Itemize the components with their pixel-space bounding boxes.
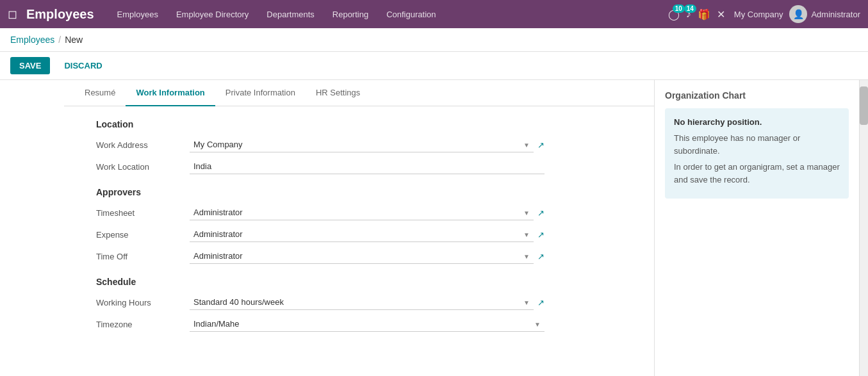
nav-reporting[interactable]: Reporting	[325, 6, 376, 23]
working-hours-select-wrapper[interactable]: Standard 40 hours/week ▼	[190, 295, 534, 310]
schedule-section-title: Schedule	[96, 277, 545, 287]
breadcrumb-parent[interactable]: Employees	[10, 35, 54, 45]
timesheet-external-link-icon[interactable]: ↗	[537, 208, 545, 218]
work-location-value	[190, 159, 545, 174]
breadcrumb-separator: /	[58, 35, 61, 45]
grid-icon[interactable]: ◻	[8, 7, 17, 21]
expense-row: Expense Administrator ▼ ↗	[96, 227, 545, 242]
nav-right: ◯ 10 ♪ 14 🎁 ✕ My Company 👤 Administrator	[668, 5, 860, 23]
timezone-select[interactable]: Indian/Mahe	[190, 316, 545, 332]
working-hours-row: Working Hours Standard 40 hours/week ▼ ↗	[96, 295, 545, 310]
working-hours-select[interactable]: Standard 40 hours/week	[190, 295, 534, 310]
username: Administrator	[811, 10, 860, 19]
org-chart-title: Organization Chart	[665, 90, 849, 101]
form-body: Location Work Address My Company ▼ ↗ Wor…	[0, 106, 564, 351]
time-off-select-wrapper[interactable]: Administrator ▼	[190, 249, 534, 264]
location-section-title: Location	[96, 119, 545, 129]
timesheet-label: Timesheet	[96, 208, 179, 218]
scrollbar[interactable]	[859, 80, 868, 376]
work-location-row: Work Location	[96, 159, 545, 174]
timezone-label: Timezone	[96, 320, 179, 329]
scrollbar-thumb[interactable]	[860, 86, 868, 125]
time-off-label: Time Off	[96, 252, 179, 261]
tab-resume[interactable]: Resumé	[74, 80, 126, 106]
timezone-select-wrapper[interactable]: Indian/Mahe ▼	[190, 316, 545, 332]
expense-label: Expense	[96, 230, 179, 240]
timesheet-select[interactable]: Administrator	[190, 205, 534, 220]
org-chart-panel: Organization Chart No hierarchy position…	[654, 80, 859, 376]
tab-hr-settings[interactable]: HR Settings	[306, 80, 370, 106]
expense-select[interactable]: Administrator	[190, 227, 534, 242]
work-address-select-wrapper[interactable]: My Company ▼	[190, 137, 534, 152]
working-hours-value: Standard 40 hours/week ▼ ↗	[190, 295, 545, 310]
approvers-section-title: Approvers	[96, 187, 545, 197]
save-button[interactable]: SAVE	[10, 57, 50, 74]
time-off-external-link-icon[interactable]: ↗	[537, 252, 545, 261]
nav-menu: Employees Employee Directory Departments…	[110, 6, 668, 23]
org-chart-text2: In order to get an organigram, set a man…	[674, 161, 840, 186]
nav-departments[interactable]: Departments	[259, 6, 322, 23]
breadcrumb-current: New	[65, 35, 83, 45]
bell-badge: 14	[684, 4, 696, 13]
timezone-value: Indian/Mahe ▼	[190, 316, 545, 332]
timesheet-row: Timesheet Administrator ▼ ↗	[96, 205, 545, 220]
expense-select-wrapper[interactable]: Administrator ▼	[190, 227, 534, 242]
form-area: Resumé Work Information Private Informat…	[0, 80, 654, 376]
tab-private-information[interactable]: Private Information	[215, 80, 306, 106]
work-location-input[interactable]	[190, 159, 545, 174]
nav-employee-directory[interactable]: Employee Directory	[168, 6, 256, 23]
close-button[interactable]: ✕	[717, 8, 725, 20]
expense-value: Administrator ▼ ↗	[190, 227, 545, 242]
org-chart-text1: This employee has no manager or subordin…	[674, 132, 840, 157]
nav-configuration[interactable]: Configuration	[379, 6, 443, 23]
time-off-row: Time Off Administrator ▼ ↗	[96, 249, 545, 264]
action-bar: SAVE DISCARD	[0, 52, 868, 80]
nav-employees[interactable]: Employees	[110, 6, 166, 23]
app-title: Employees	[26, 7, 94, 22]
company-name[interactable]: My Company	[734, 10, 783, 19]
time-off-select[interactable]: Administrator	[190, 249, 534, 264]
tab-work-information[interactable]: Work Information	[126, 80, 215, 106]
work-address-external-link-icon[interactable]: ↗	[537, 140, 545, 150]
tab-bar: Resumé Work Information Private Informat…	[64, 80, 654, 106]
work-address-label: Work Address	[96, 140, 179, 150]
work-address-select[interactable]: My Company	[190, 137, 534, 152]
avatar: 👤	[789, 5, 807, 23]
work-address-value: My Company ▼ ↗	[190, 137, 545, 152]
org-chart-heading: No hierarchy position.	[674, 117, 840, 127]
timesheet-value: Administrator ▼ ↗	[190, 205, 545, 220]
discard-button[interactable]: DISCARD	[55, 57, 111, 74]
main-content: Resumé Work Information Private Informat…	[0, 80, 868, 376]
top-navigation: ◻ Employees Employees Employee Directory…	[0, 0, 868, 28]
work-location-label: Work Location	[96, 162, 179, 172]
expense-external-link-icon[interactable]: ↗	[537, 230, 545, 240]
breadcrumb: Employees / New	[0, 28, 868, 52]
time-off-value: Administrator ▼ ↗	[190, 249, 545, 264]
user-menu[interactable]: 👤 Administrator	[789, 5, 860, 23]
org-chart-box: No hierarchy position. This employee has…	[665, 108, 849, 199]
bell-button[interactable]: ♪ 14	[686, 8, 691, 20]
working-hours-label: Working Hours	[96, 298, 179, 307]
clock-badge: 10	[673, 4, 685, 13]
work-address-row: Work Address My Company ▼ ↗	[96, 137, 545, 152]
clock-button[interactable]: ◯ 10	[668, 8, 680, 20]
timesheet-select-wrapper[interactable]: Administrator ▼	[190, 205, 534, 220]
timezone-row: Timezone Indian/Mahe ▼	[96, 316, 545, 332]
gift-button[interactable]: 🎁	[698, 8, 710, 20]
working-hours-external-link-icon[interactable]: ↗	[537, 298, 545, 307]
